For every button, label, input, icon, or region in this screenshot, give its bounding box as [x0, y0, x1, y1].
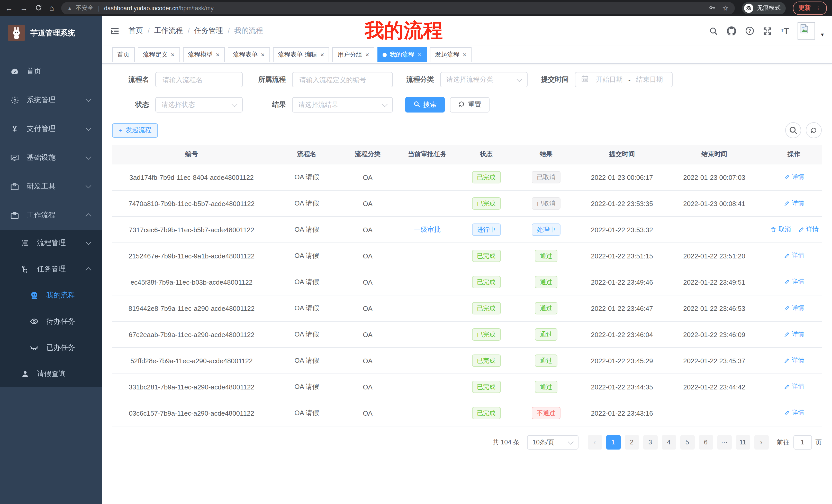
password-key-icon[interactable]: [709, 4, 716, 12]
detail-link[interactable]: 详情: [784, 278, 804, 286]
next-page-button[interactable]: ›: [754, 435, 769, 450]
breadcrumb-item-0[interactable]: 首页: [129, 26, 143, 35]
sidebar-item-home[interactable]: 首页: [0, 57, 102, 86]
sidebar-item-infra[interactable]: 基础设施: [0, 143, 102, 172]
browser-forward-icon[interactable]: →: [20, 4, 28, 12]
close-icon[interactable]: ×: [320, 51, 324, 58]
help-icon[interactable]: ?: [745, 26, 754, 35]
status-select[interactable]: 请选择状态: [155, 97, 243, 113]
detail-link[interactable]: 详情: [784, 356, 804, 365]
result-badge: 已取消: [532, 171, 561, 184]
browser-menu-icon[interactable]: ⋮: [815, 5, 821, 11]
prev-page-button[interactable]: ‹: [588, 435, 602, 450]
detail-link[interactable]: 详情: [784, 173, 804, 181]
tab-process-form-edit[interactable]: 流程表单-编辑×: [273, 47, 329, 62]
chevron-down-icon: [86, 239, 92, 245]
detail-link[interactable]: 详情: [784, 409, 804, 417]
sidebar-item-leave-query[interactable]: 请假查询: [0, 361, 102, 387]
close-icon[interactable]: ×: [418, 51, 421, 58]
table-toolbar: + 发起流程: [112, 122, 822, 138]
pager-more[interactable]: ···: [717, 435, 731, 450]
header-search-icon[interactable]: [709, 26, 718, 35]
close-icon[interactable]: ×: [463, 51, 466, 58]
search-button[interactable]: 搜索: [405, 97, 445, 113]
close-icon[interactable]: ×: [365, 51, 369, 58]
page-button-5[interactable]: 5: [680, 435, 695, 450]
process-def-input[interactable]: [292, 72, 393, 87]
detail-link[interactable]: 详情: [798, 225, 818, 234]
tab-start-process[interactable]: 发起流程×: [430, 47, 471, 62]
tab-process-form[interactable]: 流程表单×: [228, 47, 270, 62]
address-bar[interactable]: ▲ 不安全 | dashboard.yudao.iocoder.cn/bpm/t…: [61, 2, 735, 14]
bookmark-star-icon[interactable]: ☆: [722, 4, 729, 12]
sidebar-item-todo-tasks[interactable]: 待办任务: [0, 308, 102, 334]
sidebar-item-label: 首页: [27, 67, 41, 76]
app-logo[interactable]: 芋道管理系统: [0, 16, 102, 50]
result-select[interactable]: 请选择流结果: [292, 97, 393, 113]
show-search-button[interactable]: [785, 122, 801, 138]
cell-status: 已完成: [462, 347, 511, 374]
sidebar-item-process-mgmt[interactable]: 流程管理: [0, 230, 102, 256]
sidebar-item-done-tasks[interactable]: 已办任务: [0, 334, 102, 361]
page-button-4[interactable]: 4: [661, 435, 676, 450]
breadcrumb-item-2[interactable]: 任务管理: [194, 26, 223, 35]
close-icon[interactable]: ×: [171, 51, 175, 58]
close-icon[interactable]: ×: [261, 51, 265, 58]
tab-home[interactable]: 首页: [112, 47, 135, 62]
cell-id: 03c6c157-7b9a-11ec-a290-acde48001122: [112, 400, 271, 426]
page-button-6[interactable]: 6: [699, 435, 713, 450]
tab-my-process[interactable]: 我的流程×: [378, 47, 426, 62]
detail-link[interactable]: 详情: [784, 199, 804, 208]
process-name-input[interactable]: [155, 72, 243, 87]
status-badge: 已完成: [472, 250, 501, 262]
page-button-1[interactable]: 1: [606, 435, 620, 450]
refresh-table-button[interactable]: [806, 122, 822, 138]
tab-process-model[interactable]: 流程模型×: [183, 47, 225, 62]
cell-id: 52ffd28e-7b9a-11ec-a290-acde48001122: [112, 347, 271, 374]
close-icon[interactable]: ×: [216, 51, 219, 58]
page-button-2[interactable]: 2: [625, 435, 639, 450]
search-icon: [413, 101, 420, 109]
reset-button[interactable]: 重置: [450, 97, 490, 113]
cell-current-task: [393, 295, 462, 321]
avatar[interactable]: [798, 22, 815, 39]
sidebar-item-devtools[interactable]: 研发工具: [0, 172, 102, 201]
sidebar-item-task-mgmt[interactable]: 任务管理: [0, 256, 102, 282]
detail-link[interactable]: 详情: [784, 383, 804, 391]
fullscreen-icon[interactable]: [763, 26, 772, 35]
tab-process-definition[interactable]: 流程定义×: [138, 47, 180, 62]
font-size-icon[interactable]: TT: [781, 26, 789, 35]
browser-reload-icon[interactable]: [35, 4, 42, 12]
column-header: 当前审批任务: [393, 145, 462, 164]
sidebar-item-payment[interactable]: ¥支付管理: [0, 115, 102, 143]
page-button-11[interactable]: 11: [735, 435, 750, 450]
breadcrumb-item-3: 我的流程: [234, 26, 263, 35]
cell-id: 7470a810-7b9b-11ec-b5b7-acde48001122: [112, 190, 271, 217]
detail-link[interactable]: 详情: [784, 251, 804, 260]
browser-back-icon[interactable]: ←: [5, 4, 13, 12]
page-button-3[interactable]: 3: [643, 435, 657, 450]
start-process-button[interactable]: + 发起流程: [112, 123, 158, 137]
cancel-link[interactable]: 取消: [770, 225, 791, 234]
chevron-down-icon: [86, 96, 92, 102]
breadcrumb-item-1[interactable]: 工作流程: [154, 26, 183, 35]
status-badge: 已完成: [472, 302, 501, 314]
avatar-dropdown-icon[interactable]: ▾: [821, 31, 824, 38]
browser-update-button[interactable]: 更新 ⋮: [793, 1, 827, 15]
browser-home-icon[interactable]: ⌂: [49, 4, 54, 12]
page-size-select[interactable]: 10条/页: [527, 435, 578, 450]
detail-link[interactable]: 详情: [784, 330, 804, 339]
tab-user-group[interactable]: 用户分组×: [333, 47, 374, 62]
process-name-label: 流程名: [112, 75, 149, 84]
sidebar-item-my-process[interactable]: 我的流程: [0, 282, 102, 308]
sidebar-item-system[interactable]: 系统管理: [0, 86, 102, 115]
cell-name: OA 请假: [271, 217, 342, 243]
category-select[interactable]: 请选择流程分类: [440, 72, 527, 87]
sidebar-toggle-icon[interactable]: [110, 26, 120, 36]
sidebar-item-workflow[interactable]: 工作流程: [0, 201, 102, 230]
task-link[interactable]: 一级审批: [414, 226, 441, 233]
submit-time-range-picker[interactable]: 开始日期 - 结束日期: [575, 72, 673, 87]
detail-link[interactable]: 详情: [784, 304, 804, 313]
github-icon[interactable]: [727, 26, 736, 36]
goto-page-input[interactable]: [793, 435, 812, 450]
